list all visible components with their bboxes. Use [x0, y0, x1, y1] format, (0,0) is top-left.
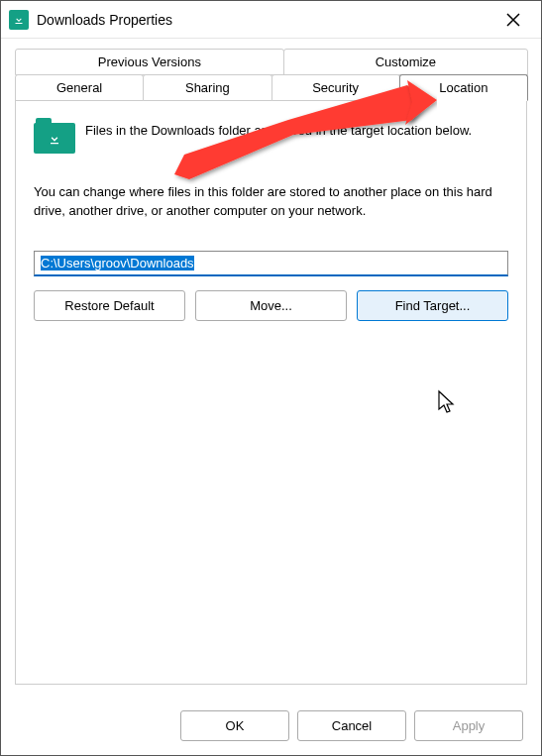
tab-sharing[interactable]: Sharing	[143, 74, 271, 101]
tab-security[interactable]: Security	[271, 74, 400, 101]
apply-button[interactable]: Apply	[414, 710, 523, 741]
description-text: You can change where files in this folde…	[34, 183, 508, 221]
dialog-footer-buttons: OK Cancel Apply	[180, 710, 523, 741]
tab-control: Previous Versions Customize General Shar…	[15, 49, 527, 685]
location-buttons: Restore Default Move... Find Target...	[34, 290, 508, 321]
path-input[interactable]: C:\Users\groov\Downloads	[34, 251, 508, 276]
titlebar: Downloads Properties	[1, 1, 541, 39]
window-title: Downloads Properties	[37, 12, 493, 28]
intro-text: Files in the Downloads folder are stored…	[85, 118, 472, 140]
move-button[interactable]: Move...	[195, 290, 347, 321]
close-button[interactable]	[493, 5, 533, 35]
tab-customize[interactable]: Customize	[283, 49, 528, 75]
tab-location[interactable]: Location	[399, 74, 528, 101]
tab-previous-versions[interactable]: Previous Versions	[15, 49, 284, 75]
dialog-content: Previous Versions Customize General Shar…	[1, 39, 541, 685]
tab-row-top: Previous Versions Customize	[15, 49, 527, 75]
tab-row-bottom: General Sharing Security Location	[15, 74, 527, 101]
download-app-icon	[9, 10, 29, 30]
restore-default-button[interactable]: Restore Default	[34, 290, 185, 321]
cancel-button[interactable]: Cancel	[297, 710, 406, 741]
ok-button[interactable]: OK	[180, 710, 289, 741]
find-target-button[interactable]: Find Target...	[357, 290, 508, 321]
tab-panel-location: Files in the Downloads folder are stored…	[15, 100, 527, 685]
download-folder-icon	[34, 118, 75, 154]
tab-general[interactable]: General	[15, 74, 144, 101]
